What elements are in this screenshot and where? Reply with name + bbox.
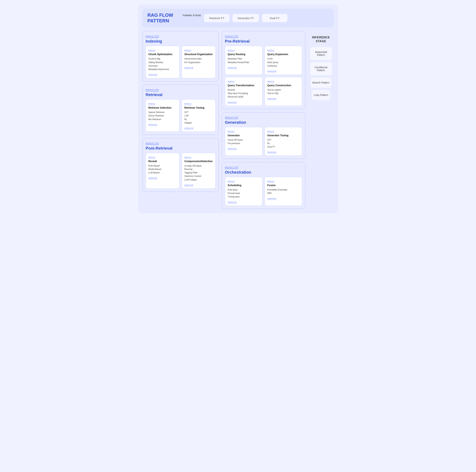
sequential-pattern-card: Sequential Pattern bbox=[310, 47, 332, 60]
list-item: (Long)LLMLingua bbox=[185, 164, 213, 168]
generation-section: MODULE TYPE Generation MODULE Generator … bbox=[222, 112, 306, 159]
fusion-module-label: MODULE bbox=[267, 180, 274, 183]
qe-operator-label: OPERATOR bbox=[267, 70, 276, 72]
orch-type-label: MODULE TYPE bbox=[225, 166, 238, 169]
list-item: Sparse Retriever bbox=[148, 111, 177, 114]
list-item: SubQuery bbox=[267, 64, 299, 68]
list-item: LSR bbox=[185, 114, 213, 118]
scheduling-card: MODULE Scheduling Rule-base Prompt-base … bbox=[225, 177, 262, 206]
retriever-ft-pill: Retriever FT bbox=[204, 14, 230, 22]
qt-module-title: Query Transformation bbox=[228, 84, 260, 87]
indexing-type-label: MODULE TYPE bbox=[146, 35, 159, 38]
list-item: Text-to-cypher bbox=[267, 88, 299, 92]
retrieval-section: MODULE TYPE Retrieval MODULE Retriever S… bbox=[142, 85, 219, 135]
retrieval-type-label: MODULE TYPE bbox=[146, 89, 159, 91]
list-item: Sliding Window bbox=[148, 61, 177, 64]
rerank-card: MODULE Rerank Rule-Based Model-Based LLM… bbox=[146, 153, 180, 189]
comp-module-label: MODULE bbox=[185, 157, 191, 159]
chunk-module-title: Chunk Optimization bbox=[148, 53, 177, 56]
list-item: Metadata Router/Filter bbox=[228, 61, 260, 64]
qr-module-label: MODULE bbox=[228, 50, 235, 52]
list-item: RL bbox=[185, 118, 213, 121]
fusion-module-title: Fusion bbox=[267, 184, 299, 187]
post-ret-title: Post-Retrieval bbox=[146, 146, 216, 151]
sched-items: Rule-base Prompt-base Tuning-base bbox=[228, 188, 260, 199]
chunk-optimization-card: MODULE Chunk Optimization Small-to-Big S… bbox=[146, 46, 180, 78]
branch-pattern-card: Branch Pattern bbox=[311, 77, 331, 88]
right-panel: INFERENCESTAGE Sequential Pattern Condit… bbox=[308, 31, 334, 209]
pre-retrieval-section: MODULE TYPE Pre-Retrieval MODULE Query R… bbox=[222, 31, 306, 109]
fusion-operator-label: OPERATOR bbox=[267, 198, 276, 200]
struct-module-items: Hierarchical Index KG Organization bbox=[185, 57, 213, 64]
list-item: Model-Based bbox=[148, 168, 177, 171]
list-item: On-premises bbox=[228, 142, 260, 145]
sched-module-label: MODULE bbox=[228, 180, 235, 183]
list-item: Step-back Prompting bbox=[228, 92, 260, 95]
structural-organization-card: MODULE Structural Organization Hierarchi… bbox=[182, 46, 216, 78]
list-item: Rule-base bbox=[228, 188, 260, 192]
qc-module-title: Query Construction bbox=[267, 84, 299, 87]
ret-tun-module-label: MODULE bbox=[185, 103, 191, 105]
main-container: RAG FLOWPATTERN TUNING STAGE Retriever F… bbox=[138, 4, 338, 213]
ret-tun-module-title: Retriever Tuning bbox=[185, 106, 213, 109]
list-item: Metadata Filter bbox=[228, 57, 260, 61]
orch-modules-row: MODULE Scheduling Rule-base Prompt-base … bbox=[225, 177, 302, 206]
qr-module-title: Query Routing bbox=[228, 53, 260, 56]
rerank-operator-label: OPERATOR bbox=[148, 177, 157, 179]
list-item: LLM-Based bbox=[148, 171, 177, 175]
indexing-title: Indexing bbox=[146, 39, 216, 44]
comp-module-title: Compression/Selection bbox=[185, 160, 213, 163]
gen-items: Cloud API-base On-premises bbox=[228, 138, 260, 145]
qt-module-label: MODULE bbox=[228, 81, 235, 83]
list-item: Rule-Based bbox=[148, 164, 177, 168]
conditional-pattern-card: Conditional Pattern bbox=[310, 62, 332, 75]
indexing-section: MODULE TYPE Indexing MODULE Chunk Optimi… bbox=[142, 31, 219, 82]
list-item: Small-to-Big bbox=[148, 57, 177, 61]
ret-sel-items: Sparse Retriever Dense Retriever Mix Ret… bbox=[148, 111, 177, 121]
list-item: Rewrite bbox=[228, 88, 260, 92]
generator-ft-pill: Generator FT bbox=[232, 14, 259, 22]
query-routing-card: MODULE Query Routing Metadata Filter Met… bbox=[225, 46, 262, 75]
retriever-selection-card: MODULE Retriever Selection Sparse Retrie… bbox=[146, 99, 180, 132]
list-item: Mix Retriever bbox=[148, 118, 177, 121]
list-item: Text-to-SQL bbox=[267, 92, 299, 95]
compression-selection-card: MODULE Compression/Selection (Long)LLMLi… bbox=[182, 153, 216, 189]
qr-items: Metadata Filter Metadata Router/Filter bbox=[228, 57, 260, 64]
ret-sel-module-label: MODULE bbox=[148, 103, 155, 105]
sched-module-title: Scheduling bbox=[228, 184, 260, 187]
struct-operator-label: OPERATOR bbox=[185, 67, 193, 69]
gen-type-label: MODULE TYPE bbox=[225, 116, 238, 119]
list-item: SFT bbox=[185, 111, 213, 114]
tuning-stage-label: TUNING STAGE bbox=[182, 14, 201, 22]
gen-module-title: Generator bbox=[228, 134, 260, 137]
loop-pattern-card: Loop Pattern bbox=[312, 90, 330, 100]
rerank-module-label: MODULE bbox=[148, 157, 155, 159]
gen-tun-module-title: Generator Tuning bbox=[267, 134, 299, 137]
list-item: RL bbox=[267, 142, 299, 145]
list-item: CoVe bbox=[267, 57, 299, 61]
gen-tun-operator-label: OPERATOR bbox=[267, 151, 276, 153]
gen-tun-items: SFT RL Dual FT bbox=[267, 138, 299, 149]
struct-module-title: Structural Organization bbox=[185, 53, 213, 56]
list-item: Tagging-Filter bbox=[185, 171, 213, 175]
gen-modules-row: MODULE Generator Cloud API-base On-premi… bbox=[225, 127, 302, 156]
post-retrieval-section: MODULE TYPE Post-Retrieval MODULE Rerank… bbox=[142, 138, 219, 192]
rag-flow-title: RAG FLOWPATTERN bbox=[148, 12, 177, 24]
query-transformation-card: MODULE Query Transformation Rewrite Step… bbox=[225, 77, 262, 106]
list-item: Selective Context bbox=[185, 175, 213, 178]
list-item: LLM-Critique bbox=[185, 178, 213, 182]
chunk-module-items: Small-to-Big Sliding Window Summary Meta… bbox=[148, 57, 177, 71]
rerank-module-title: Rerank bbox=[148, 160, 177, 163]
struct-module-label: MODULE bbox=[185, 50, 191, 52]
list-item: Dense Retriever bbox=[148, 114, 177, 118]
list-item: Summary bbox=[148, 64, 177, 68]
list-item: Recomp bbox=[185, 168, 213, 171]
retriever-tuning-card: MODULE Retriever Tuning SFT LSR RL Adapt… bbox=[182, 99, 216, 132]
orch-title: Orchestration bbox=[225, 170, 302, 175]
left-panels: MODULE TYPE Indexing MODULE Chunk Optimi… bbox=[142, 31, 219, 209]
pre-ret-row2: MODULE Query Transformation Rewrite Step… bbox=[225, 77, 302, 106]
chunk-operator-label: OPERATOR bbox=[148, 74, 157, 76]
ret-tun-items: SFT LSR RL Adapter bbox=[185, 111, 213, 125]
list-item: Dual FT bbox=[267, 145, 299, 149]
ret-sel-module-title: Retriever Selection bbox=[148, 106, 177, 109]
